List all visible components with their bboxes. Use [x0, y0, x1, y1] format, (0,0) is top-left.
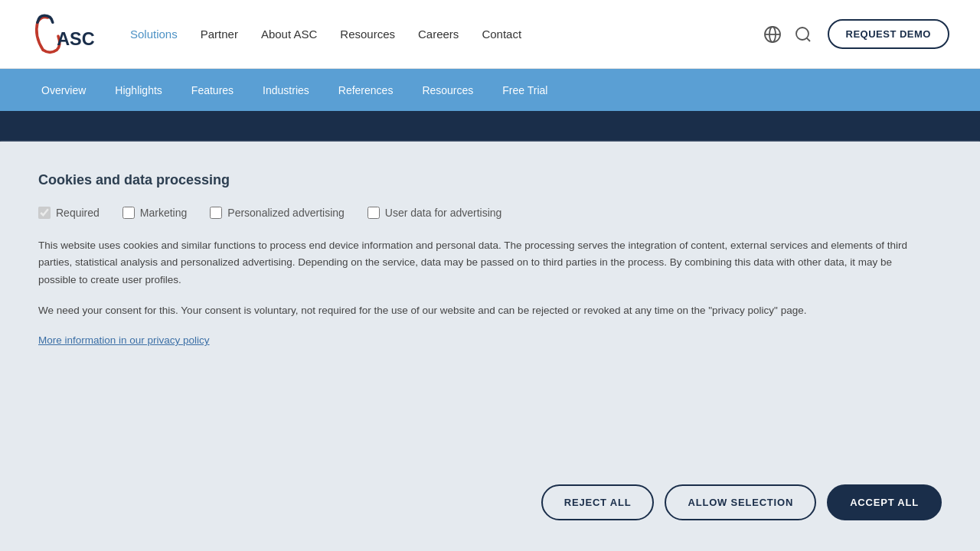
cookie-consent-overlay: Cookies and data processing Required Mar… — [0, 142, 980, 551]
nav-solutions[interactable]: Solutions — [130, 28, 178, 41]
checkbox-personalized-input[interactable] — [210, 207, 222, 219]
cookie-title: Cookies and data processing — [38, 172, 942, 188]
cookie-description-2: We need your consent for this. Your cons… — [38, 302, 919, 319]
sec-nav-references[interactable]: References — [328, 80, 404, 101]
sec-nav-overview[interactable]: Overview — [31, 80, 96, 101]
main-nav: Solutions Partner About ASC Resources Ca… — [130, 28, 763, 41]
checkbox-userdata-input[interactable] — [368, 207, 380, 219]
checkbox-required-input[interactable] — [38, 207, 51, 219]
checkbox-marketing[interactable]: Marketing — [122, 207, 187, 219]
cookie-consent-box: Cookies and data processing Required Mar… — [0, 142, 980, 551]
nav-about[interactable]: About ASC — [261, 28, 317, 41]
checkbox-marketing-input[interactable] — [122, 207, 135, 219]
checkbox-marketing-label: Marketing — [140, 207, 187, 219]
cookie-description-1: This website uses cookies and similar fu… — [38, 237, 919, 289]
checkbox-required[interactable]: Required — [38, 207, 100, 219]
svg-line-5 — [806, 37, 809, 41]
svg-point-4 — [796, 28, 808, 40]
globe-icon[interactable] — [763, 25, 782, 44]
sec-nav-resources[interactable]: Resources — [411, 80, 484, 101]
nav-careers[interactable]: Careers — [418, 28, 459, 41]
checkbox-personalized-advertising[interactable]: Personalized advertising — [210, 207, 345, 219]
top-navigation: ASC Solutions Partner About ASC Resource… — [0, 0, 980, 69]
privacy-policy-link[interactable]: More information in our privacy policy — [38, 334, 210, 346]
svg-text:ASC: ASC — [57, 28, 94, 48]
reject-all-button[interactable]: REJECT ALL — [541, 484, 655, 520]
allow-selection-button[interactable]: ALLOW SELECTION — [665, 484, 816, 520]
cookie-checkboxes-row: Required Marketing Personalized advertis… — [38, 207, 942, 219]
sec-nav-free-trial[interactable]: Free Trial — [492, 80, 558, 101]
checkbox-userdata-label: User data for advertising — [385, 207, 502, 219]
nav-icon-group — [763, 25, 812, 44]
sec-nav-features[interactable]: Features — [181, 80, 244, 101]
dark-band — [0, 111, 980, 142]
nav-partner[interactable]: Partner — [201, 28, 238, 41]
cookie-action-buttons: REJECT ALL ALLOW SELECTION ACCEPT ALL — [541, 484, 942, 520]
checkbox-personalized-label: Personalized advertising — [227, 207, 345, 219]
checkbox-user-data[interactable]: User data for advertising — [368, 207, 502, 219]
sec-nav-highlights[interactable]: Highlights — [104, 80, 172, 101]
nav-resources[interactable]: Resources — [340, 28, 395, 41]
accept-all-button[interactable]: ACCEPT ALL — [827, 484, 942, 520]
search-icon[interactable] — [794, 25, 812, 44]
logo[interactable]: ASC — [31, 11, 100, 57]
nav-contact[interactable]: Contact — [482, 28, 521, 41]
sec-nav-industries[interactable]: Industries — [252, 80, 320, 101]
request-demo-button[interactable]: REQUEST DEMO — [828, 19, 949, 49]
checkbox-required-label: Required — [56, 207, 100, 219]
secondary-navigation: Overview Highlights Features Industries … — [0, 69, 980, 111]
